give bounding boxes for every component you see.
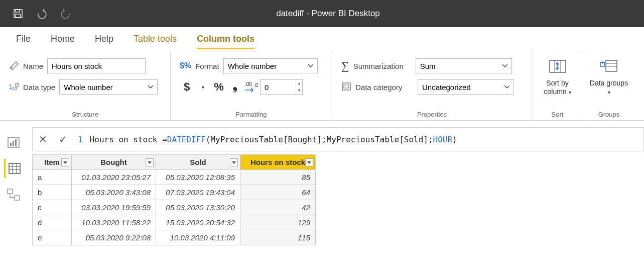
- data-view-button[interactable]: [4, 159, 23, 178]
- cell-bought[interactable]: 05.03.2020 9:22:08: [72, 230, 156, 245]
- currency-button[interactable]: $: [180, 80, 194, 94]
- cell-sold[interactable]: 15.03.2020 20:54:32: [156, 215, 240, 230]
- datatype-label: Data type: [23, 83, 55, 92]
- group-properties-label: Properties: [341, 108, 523, 118]
- save-icon[interactable]: [13, 9, 23, 19]
- table-row[interactable]: d10.03.2020 11:58:2215.03.2020 20:54:321…: [33, 215, 316, 230]
- filter-dropdown-icon[interactable]: [146, 158, 154, 166]
- percent-button[interactable]: %: [212, 80, 226, 94]
- cell-sold[interactable]: 10.03.2020 4:11:09: [156, 230, 240, 245]
- svg-rect-11: [550, 60, 566, 72]
- commit-formula-icon[interactable]: ✓: [53, 133, 73, 145]
- col-header-item[interactable]: Item: [33, 155, 72, 170]
- svg-rect-10: [344, 85, 349, 88]
- decimals-spinner[interactable]: ▴▾: [260, 79, 303, 95]
- cell-sold[interactable]: 05.03.2020 12:08:35: [156, 170, 240, 185]
- formula-args-b: ): [452, 135, 457, 144]
- cell-item[interactable]: d: [33, 215, 72, 230]
- sigma-icon: ∑: [341, 59, 349, 72]
- datatype-icon: 123: [9, 82, 19, 93]
- cell-sold[interactable]: 05.03.2020 13:30:20: [156, 200, 240, 215]
- group-formatting-label: Formatting: [180, 108, 323, 118]
- cell-hours[interactable]: 42: [240, 200, 316, 215]
- data-groups-button[interactable]: Data groups ▾: [589, 58, 629, 96]
- datatype-select[interactable]: Whole number: [59, 79, 158, 95]
- svg-rect-29: [8, 189, 13, 194]
- svg-rect-24: [9, 163, 20, 173]
- group-groups-label: Groups: [598, 108, 620, 118]
- cell-hours[interactable]: 115: [240, 230, 316, 245]
- model-view-button[interactable]: [4, 185, 23, 204]
- formula-bar[interactable]: ✕ ✓ 1 Hours on stock = DATEDIFF (MyPreci…: [32, 127, 644, 151]
- datacategory-select[interactable]: Uncategorized: [418, 79, 514, 95]
- redo-icon[interactable]: [60, 9, 71, 19]
- decimals-input[interactable]: [261, 80, 296, 94]
- cell-sold[interactable]: 07.03.2020 19:43:04: [156, 185, 240, 200]
- sort-by-column-button[interactable]: Sort by column ▾: [538, 58, 578, 96]
- col-header-sold[interactable]: Sold: [156, 155, 240, 170]
- formula-fn: DATEDIFF: [167, 135, 206, 144]
- cell-item[interactable]: b: [33, 185, 72, 200]
- filter-dropdown-icon[interactable]: [61, 158, 69, 166]
- svg-rect-2: [16, 14, 21, 18]
- tab-file[interactable]: File: [16, 29, 31, 49]
- svg-rect-1: [16, 10, 20, 12]
- col-header-hours[interactable]: Hours on stock: [240, 155, 316, 170]
- groups-icon: [599, 58, 619, 77]
- sort-button-label: Sort by column: [544, 79, 568, 96]
- thousands-button[interactable]: ❟: [228, 80, 242, 94]
- cell-bought[interactable]: 05.03.2020 3:43:08: [72, 185, 156, 200]
- format-label: Format: [195, 62, 219, 70]
- formula-lhs: Hours on stock =: [90, 135, 167, 144]
- format-select[interactable]: Whole number: [223, 58, 318, 73]
- table-row[interactable]: c03.03.2020 19:59:5905.03.2020 13:30:204…: [33, 200, 316, 215]
- ribbon-tabs: File Home Help Table tools Column tools: [0, 27, 644, 51]
- tab-help[interactable]: Help: [95, 29, 113, 49]
- cell-item[interactable]: a: [33, 170, 72, 185]
- name-label: Name: [23, 62, 43, 70]
- formula-text[interactable]: 1 Hours on stock = DATEDIFF (MyPreciousT…: [73, 135, 643, 144]
- datacategory-icon: [341, 82, 351, 93]
- cell-hours[interactable]: 64: [240, 185, 316, 200]
- svg-text:.0: .0: [254, 82, 258, 88]
- table-row[interactable]: e05.03.2020 9:22:0810.03.2020 4:11:09115: [33, 230, 316, 245]
- spin-up-icon[interactable]: ▴: [296, 80, 302, 87]
- cell-bought[interactable]: 03.03.2020 19:59:59: [72, 200, 156, 215]
- spin-down-icon[interactable]: ▾: [296, 87, 302, 94]
- group-structure-label: Structure: [9, 108, 161, 118]
- cell-bought[interactable]: 01.03.2020 23:05:27: [72, 170, 156, 185]
- currency-dropdown-icon[interactable]: ▾: [196, 80, 210, 94]
- svg-rect-22: [13, 141, 14, 146]
- svg-rect-30: [15, 196, 20, 200]
- cell-hours[interactable]: 85: [240, 170, 316, 185]
- cell-bought[interactable]: 10.03.2020 11:58:22: [72, 215, 156, 230]
- window-title: datediff - Power BI Desktop: [71, 9, 585, 19]
- col-header-bought[interactable]: Bought: [72, 155, 156, 170]
- cancel-formula-icon[interactable]: ✕: [33, 133, 53, 145]
- sort-icon: [548, 58, 568, 77]
- name-input[interactable]: [47, 58, 146, 73]
- datacategory-label: Data category: [355, 83, 414, 92]
- svg-rect-23: [15, 139, 17, 146]
- cell-item[interactable]: c: [33, 200, 72, 215]
- tab-home[interactable]: Home: [51, 29, 75, 49]
- table-row[interactable]: b05.03.2020 3:43:0807.03.2020 19:43:0464: [33, 185, 316, 200]
- tab-table-tools[interactable]: Table tools: [134, 29, 177, 49]
- table-row[interactable]: a01.03.2020 23:05:2705.03.2020 12:08:358…: [33, 170, 316, 185]
- tab-column-tools[interactable]: Column tools: [197, 29, 254, 49]
- undo-icon[interactable]: [36, 9, 47, 19]
- decimals-icon[interactable]: .00.0: [244, 80, 258, 94]
- filter-dropdown-icon[interactable]: [230, 158, 238, 166]
- filter-dropdown-icon[interactable]: [305, 158, 313, 166]
- format-icon: $%: [180, 61, 191, 70]
- svg-rect-14: [606, 60, 617, 71]
- summarization-label: Summarization: [353, 62, 412, 70]
- formula-line-number: 1: [78, 135, 83, 144]
- svg-point-3: [11, 66, 13, 68]
- summarization-select[interactable]: Sum: [416, 58, 512, 73]
- report-view-button[interactable]: [4, 133, 23, 152]
- cell-hours[interactable]: 129: [240, 215, 316, 230]
- svg-rect-9: [342, 83, 350, 90]
- data-table: Item Bought Sold Hours on stock a01.03.2…: [32, 154, 316, 245]
- cell-item[interactable]: e: [33, 230, 72, 245]
